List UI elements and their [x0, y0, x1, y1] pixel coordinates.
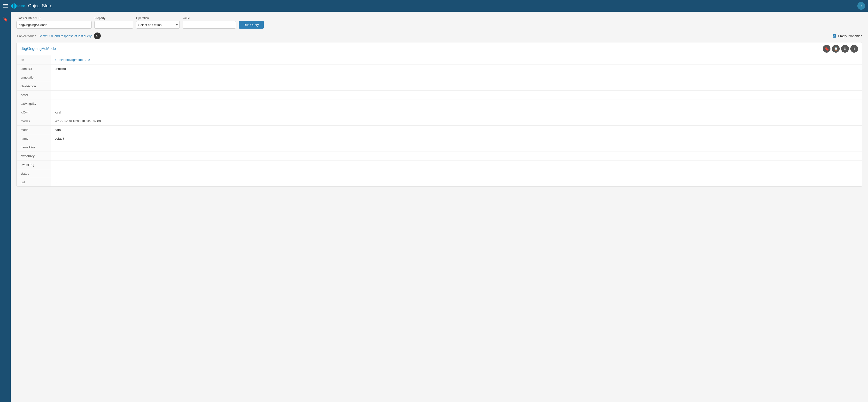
- value-input[interactable]: [183, 21, 236, 29]
- prop-key: uid: [17, 178, 51, 187]
- table-row: ownerKey: [17, 152, 862, 161]
- prop-key: adminSt: [17, 64, 51, 73]
- refresh-button[interactable]: ↻: [94, 32, 101, 39]
- svg-rect-0: [11, 5, 11, 7]
- object-copy-button[interactable]: 📋: [832, 45, 840, 53]
- dn-copy-icon[interactable]: ⧉: [88, 58, 90, 62]
- results-right: Empty Properties: [833, 34, 862, 38]
- operation-label: Operation: [136, 17, 180, 20]
- prop-key: extMngdBy: [17, 99, 51, 108]
- table-row: lcOwnlocal: [17, 108, 862, 117]
- dn-back-arrow-icon[interactable]: ‹: [55, 58, 56, 62]
- property-label: Property: [94, 17, 133, 20]
- object-actions: 🔖 📋 ⬇ ⬆: [823, 45, 858, 53]
- prop-key: ownerKey: [17, 152, 51, 161]
- prop-key: nameAlias: [17, 143, 51, 152]
- dn-link[interactable]: uni/fabric/ogmode: [58, 58, 83, 62]
- object-bookmark-button[interactable]: 🔖: [823, 45, 831, 53]
- show-url-link[interactable]: Show URL and response of last query: [39, 34, 92, 38]
- prop-value: [51, 161, 862, 169]
- object-add-button[interactable]: ⬆: [850, 45, 858, 53]
- prop-key: status: [17, 169, 51, 178]
- prop-key: descr: [17, 91, 51, 99]
- prop-key: ownerTag: [17, 161, 51, 169]
- prop-value: [51, 73, 862, 82]
- results-bar: 1 object found Show URL and response of …: [17, 32, 862, 39]
- prop-value: [51, 169, 862, 178]
- empty-properties-checkbox[interactable]: [833, 34, 836, 37]
- prop-key: name: [17, 134, 51, 143]
- empty-properties-label: Empty Properties: [838, 34, 862, 38]
- table-row: descr: [17, 91, 862, 99]
- property-input[interactable]: [94, 21, 133, 29]
- prop-value: path: [51, 125, 862, 134]
- dn-cell: ‹uni/fabric/ogmode›⧉: [55, 58, 858, 62]
- table-row: uid0: [17, 178, 862, 187]
- operation-select[interactable]: Select an Option eq ne lt gt le ge: [136, 21, 180, 29]
- svg-text:CISCO: CISCO: [19, 5, 25, 7]
- table-row: modTs2017-02-10T18:03:18.345+02:00: [17, 117, 862, 125]
- prop-value: [51, 91, 862, 99]
- object-download-button[interactable]: ⬇: [841, 45, 849, 53]
- class-field-group: Class or DN or URL: [17, 17, 92, 29]
- cisco-logo: CISCO: [11, 3, 25, 9]
- refresh-icon: ↻: [96, 34, 99, 38]
- table-row: nameAlias: [17, 143, 862, 152]
- table-row: namedefault: [17, 134, 862, 143]
- prop-value: [51, 99, 862, 108]
- query-bar: Class or DN or URL Property Operation Se…: [17, 17, 862, 29]
- hamburger-menu[interactable]: [3, 4, 8, 7]
- avatar-icon: ↑: [861, 4, 862, 8]
- table-row: adminStenabled: [17, 64, 862, 73]
- object-result: dbgOngoingAcMode 🔖 📋 ⬇ ⬆ dn‹uni/fabric/o…: [17, 42, 862, 187]
- prop-value: [51, 152, 862, 161]
- sidebar-bookmark-icon[interactable]: 🔖: [1, 15, 10, 24]
- operation-select-wrapper: Select an Option eq ne lt gt le ge: [136, 21, 180, 29]
- prop-value: 2017-02-10T18:03:18.345+02:00: [51, 117, 862, 125]
- sidebar: 🔖: [0, 12, 11, 402]
- prop-value: default: [51, 134, 862, 143]
- object-title: dbgOngoingAcMode: [21, 47, 56, 51]
- prop-value: enabled: [51, 64, 862, 73]
- prop-value: local: [51, 108, 862, 117]
- main-layout: 🔖 Class or DN or URL Property Operation …: [0, 12, 868, 402]
- value-field-group: Value: [183, 17, 236, 29]
- results-count: 1 object found: [17, 34, 36, 38]
- dn-forward-arrow-icon[interactable]: ›: [85, 58, 86, 62]
- table-row: dn‹uni/fabric/ogmode›⧉: [17, 55, 862, 64]
- object-header: dbgOngoingAcMode 🔖 📋 ⬇ ⬆: [17, 42, 862, 55]
- prop-value: [51, 82, 862, 91]
- cisco-logo-svg: CISCO: [11, 3, 25, 9]
- prop-key: dn: [17, 55, 51, 64]
- prop-key: modTs: [17, 117, 51, 125]
- prop-key: childAction: [17, 82, 51, 91]
- prop-key: lcOwn: [17, 108, 51, 117]
- table-row: extMngdBy: [17, 99, 862, 108]
- prop-value: [51, 143, 862, 152]
- prop-value: 0: [51, 178, 862, 187]
- top-navigation: CISCO Object Store ↑: [0, 0, 868, 12]
- table-row: annotation: [17, 73, 862, 82]
- table-row: modepath: [17, 125, 862, 134]
- prop-key: mode: [17, 125, 51, 134]
- table-row: childAction: [17, 82, 862, 91]
- prop-key: annotation: [17, 73, 51, 82]
- main-content: Class or DN or URL Property Operation Se…: [11, 12, 868, 402]
- properties-table: dn‹uni/fabric/ogmode›⧉adminStenabledanno…: [17, 55, 862, 186]
- svg-rect-4: [17, 5, 18, 7]
- svg-rect-1: [12, 4, 13, 8]
- results-left: 1 object found Show URL and response of …: [17, 32, 101, 39]
- svg-rect-3: [15, 4, 16, 8]
- class-input[interactable]: [17, 21, 92, 29]
- prop-value: ‹uni/fabric/ogmode›⧉: [51, 55, 862, 64]
- table-row: ownerTag: [17, 161, 862, 169]
- value-label: Value: [183, 17, 236, 20]
- page-title: Object Store: [28, 3, 52, 8]
- run-query-button[interactable]: Run Query: [239, 21, 264, 29]
- user-avatar[interactable]: ↑: [857, 2, 865, 10]
- class-label: Class or DN or URL: [17, 17, 92, 20]
- operation-field-group: Operation Select an Option eq ne lt gt l…: [136, 17, 180, 29]
- property-field-group: Property: [94, 17, 133, 29]
- svg-rect-2: [13, 3, 14, 9]
- table-row: status: [17, 169, 862, 178]
